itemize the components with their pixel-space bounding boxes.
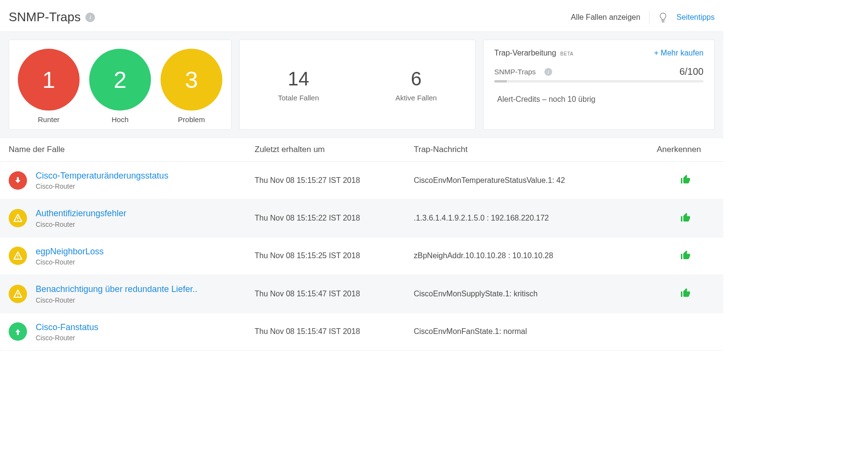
trap-time: Thu Nov 08 15:15:27 IST 2018 [255,176,414,185]
status-count: 3 [161,49,222,111]
svg-point-6 [17,295,18,296]
trap-message: zBpNeighAddr.10.10.10.28 : 10.10.10.28 [414,251,657,260]
trap-message: CiscoEnvMonFanState.1: normal [414,327,657,336]
status-summary-card: 1Runter2Hoch3Problem [9,40,231,130]
page-tips-link[interactable]: Seitentipps [677,13,715,22]
arrow-down-icon [9,171,27,190]
thumbs-up-icon[interactable] [680,212,692,225]
trap-time: Thu Nov 08 15:15:25 IST 2018 [255,251,414,260]
svg-rect-0 [17,177,19,180]
trap-source: Cisco-Router [36,334,98,342]
page-header: SNMP-Traps i Alle Fallen anzeigen Seiten… [0,0,723,31]
trap-name-link[interactable]: Authentifizierungsfehler [36,208,126,219]
svg-point-4 [17,258,18,259]
total-traps-count: 14 [288,68,310,90]
info-icon[interactable]: i [85,13,95,22]
status-label: Problem [178,115,205,124]
arrow-up-icon [9,322,27,341]
info-icon[interactable]: i [544,68,552,76]
thumbs-up-icon[interactable] [680,287,692,300]
col-name[interactable]: Name der Falle [9,145,255,154]
active-traps-count: 6 [411,68,421,90]
processing-name: SNMP-Traps [494,68,536,76]
status-circle-hoch[interactable]: 2Hoch [89,49,151,124]
acknowledge-cell [657,212,715,225]
trap-name-link[interactable]: Cisco-Fanstatus [36,322,98,333]
trap-message: CiscoEnvMonSupplyState.1: kritisch [414,290,657,298]
thumbs-up-icon[interactable] [680,250,692,263]
trap-name-link[interactable]: Cisco-Temperaturänderungsstatus [36,170,168,181]
table-row: Benachrichtigung über redundante Liefer.… [0,275,723,313]
trap-message: .1.3.6.1.4.1.9.2.1.5.0 : 192.168.220.172 [414,214,657,222]
totals-card: 14 Totale Fallen 6 Aktive Fallen [239,40,475,130]
trap-name-link[interactable]: Benachrichtigung über redundante Liefer.… [36,284,197,295]
status-circle-runter[interactable]: 1Runter [18,49,80,124]
status-count: 2 [89,49,151,111]
trap-source: Cisco-Router [36,258,104,266]
col-ack[interactable]: Anerkennen [657,145,715,154]
trap-time: Thu Nov 08 15:15:22 IST 2018 [255,214,414,222]
col-msg[interactable]: Trap-Nachricht [414,145,657,154]
status-count: 1 [18,49,80,111]
traps-table: Name der Falle Zuletzt erhalten um Trap-… [0,138,723,351]
status-label: Hoch [111,115,128,124]
usage-count: 6/100 [679,66,704,77]
trap-processing-card: Trap-Verarbeitung BETA + Mehr kaufen SNM… [483,40,715,130]
thumbs-up-icon[interactable] [680,174,692,187]
separator [649,11,650,24]
trap-name-link[interactable]: egpNeighborLoss [36,246,104,257]
beta-badge: BETA [560,51,573,56]
status-circle-problem[interactable]: 3Problem [161,49,222,124]
lightbulb-icon [658,12,668,23]
usage-progress [494,80,704,83]
trap-source: Cisco-Router [36,182,168,190]
trap-message: CiscoEnvMonTemperatureStatusValue.1: 42 [414,176,657,185]
total-traps-label: Totale Fallen [278,94,319,102]
table-header: Name der Falle Zuletzt erhalten um Trap-… [0,138,723,162]
processing-title: Trap-Verarbeitung BETA [494,49,573,57]
svg-point-2 [17,220,18,221]
warning-icon [9,285,27,303]
acknowledge-cell [657,250,715,263]
trap-time: Thu Nov 08 15:15:47 IST 2018 [255,327,414,336]
acknowledge-cell [657,287,715,300]
page-title: SNMP-Traps [9,10,81,25]
warning-icon [9,247,27,265]
active-traps-label: Aktive Fallen [395,94,437,102]
status-label: Runter [38,115,59,124]
show-all-traps-link[interactable]: Alle Fallen anzeigen [571,13,640,22]
trap-source: Cisco-Router [36,296,197,304]
table-row: AuthentifizierungsfehlerCisco-RouterThu … [0,199,723,237]
col-time[interactable]: Zuletzt erhalten um [255,145,414,154]
table-row: Cisco-FanstatusCisco-RouterThu Nov 08 15… [0,313,723,351]
trap-source: Cisco-Router [36,221,126,228]
warning-icon [9,209,27,227]
table-row: Cisco-TemperaturänderungsstatusCisco-Rou… [0,162,723,199]
trap-time: Thu Nov 08 15:15:47 IST 2018 [255,290,414,298]
table-row: egpNeighborLossCisco-RouterThu Nov 08 15… [0,237,723,275]
acknowledge-cell [657,174,715,187]
buy-more-link[interactable]: + Mehr kaufen [654,49,704,57]
alert-credits-text: Alert-Credits – noch 10 übrig [494,91,704,109]
